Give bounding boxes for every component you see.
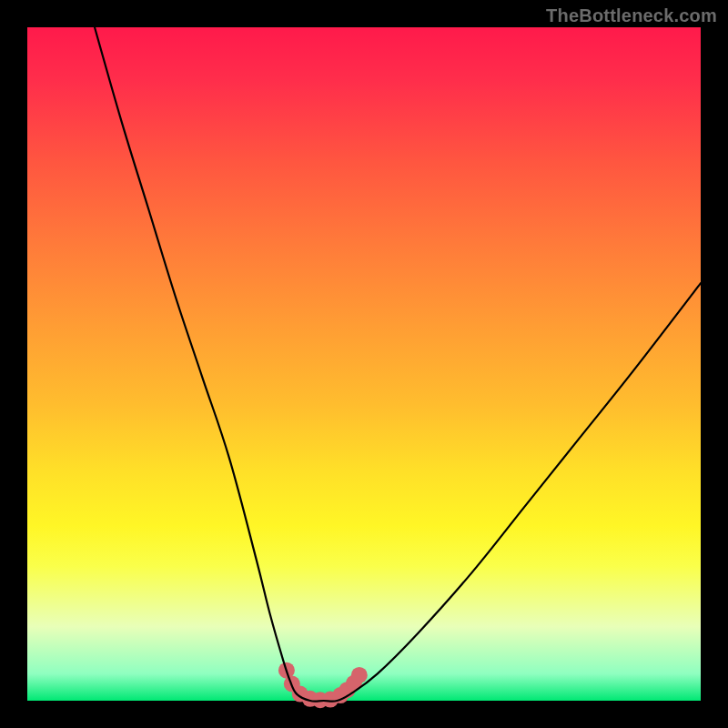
highlight-dot — [351, 667, 368, 683]
chart-frame: TheBottleneck.com — [0, 0, 728, 728]
plot-area — [27, 27, 701, 701]
curve-layer — [27, 27, 701, 701]
watermark-text: TheBottleneck.com — [546, 5, 717, 26]
bottleneck-curve — [95, 27, 701, 702]
